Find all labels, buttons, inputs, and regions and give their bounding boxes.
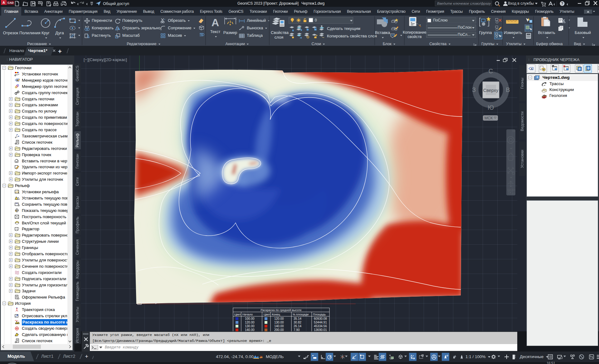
svg-text:13690.01: 13690.01	[314, 328, 327, 331]
svg-text:Площадь: Площадь	[313, 313, 326, 316]
svg-text:0: 0	[315, 18, 317, 22]
svg-text:53444.91: 53444.91	[314, 321, 327, 324]
svg-text:Раскраска по средней высоте: Раскраска по средней высоте	[261, 308, 301, 312]
svg-text:З: З	[472, 86, 476, 93]
svg-text:30.82: 30.82	[294, 321, 301, 324]
svg-text:Ю: Ю	[488, 104, 494, 111]
svg-text:7.90: 7.90	[294, 328, 300, 331]
svg-text:Сверху: Сверху	[483, 88, 499, 93]
svg-text:130.00: 130.00	[274, 321, 284, 324]
svg-text:Лист2: Лист2	[63, 354, 75, 359]
svg-text:МСК: МСК	[485, 116, 493, 120]
svg-text:120.00: 120.00	[245, 321, 255, 324]
svg-text:% площади: % площади	[293, 313, 309, 316]
svg-text:200.00: 200.00	[274, 328, 284, 331]
svg-text:26.14: 26.14	[294, 324, 301, 328]
svg-text:Модель: Модель	[7, 354, 25, 359]
svg-text:45334.56: 45334.56	[314, 324, 327, 328]
svg-text:Цвет: Цвет	[234, 313, 241, 316]
svg-text:140.00: 140.00	[274, 324, 284, 328]
svg-text:+: +	[85, 353, 88, 360]
svg-text:140.00: 140.00	[245, 328, 255, 331]
svg-text:35.14: 35.14	[294, 317, 301, 320]
svg-text:60930.08: 60930.08	[314, 317, 327, 320]
svg-text:130.00: 130.00	[245, 324, 255, 328]
svg-text:100.00: 100.00	[245, 317, 255, 320]
svg-text:120.00: 120.00	[274, 317, 284, 320]
svg-text:Конец: Конец	[272, 313, 280, 316]
svg-text:С: С	[489, 68, 493, 74]
svg-text:Цвет: Цвет	[264, 313, 270, 316]
svg-text:Лист1: Лист1	[41, 354, 54, 359]
svg-text:A: A	[531, 67, 533, 70]
svg-text:?: ?	[561, 2, 563, 6]
svg-text:В: В	[506, 86, 510, 93]
svg-text:Начало: Начало	[242, 313, 253, 316]
